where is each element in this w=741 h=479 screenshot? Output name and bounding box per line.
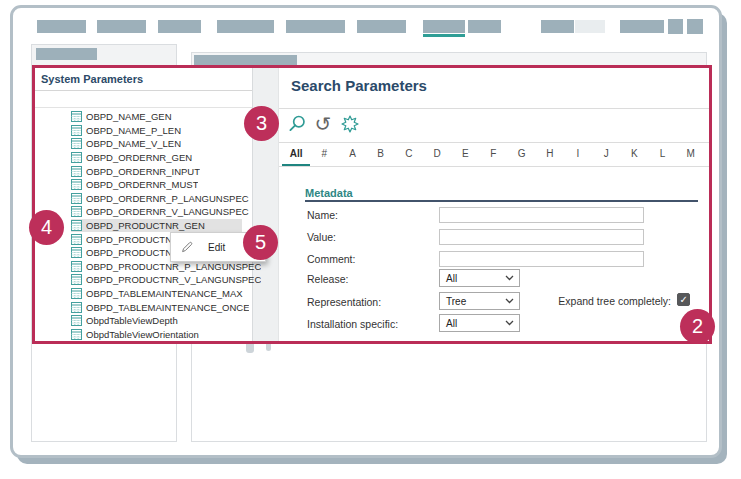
menu-icon-placeholder[interactable] [687,19,703,34]
table-icon [71,315,82,326]
table-icon [71,152,82,163]
alphabet-tab[interactable]: All [282,143,310,167]
callout-4: 4 [29,210,64,245]
table-icon [71,125,82,136]
parameter-tree: OBPD_NAME_GEN [35,110,252,341]
name-label: Name: [307,209,338,221]
chevron-down-icon [505,320,514,326]
table-icon [71,206,82,217]
alphabet-tab[interactable]: A [338,143,366,167]
alphabet-tab[interactable]: D [423,143,451,167]
menu-item-placeholder[interactable] [37,20,86,33]
tree-item[interactable]: OBPD_TABLEMAINTENANCE_MAX [35,287,252,301]
search-icon[interactable] [285,113,307,135]
alphabet-tab[interactable]: L [648,143,676,167]
callout-2: 2 [680,309,715,344]
alphabet-tab[interactable]: # [310,143,338,167]
tree-item-label: OBPD_ORDERNR_INPUT [86,166,200,177]
alphabet-tab[interactable]: C [395,143,423,167]
value-label: Value: [307,231,336,243]
installation-label: Installation specific: [307,318,398,330]
tree-item[interactable]: OBPD_PRODUCTNR_GEN [35,219,252,233]
table-icon [71,111,82,122]
table-icon [71,288,82,299]
tree-item-label: OBPD_TABLEMAINTENANCE_MAX [86,288,243,299]
tree-item[interactable]: OBPD_NAME_V_LEN [35,137,252,151]
comment-label: Comment: [307,253,355,265]
alphabet-tab[interactable]: F [479,143,507,167]
name-input[interactable] [439,207,644,223]
tree-item-label: ObpdTableViewDepth [86,315,178,326]
tree-item[interactable]: OBPD_ORDERNR_P_LANGUNSPEC [35,192,252,206]
callout-5: 5 [243,225,278,260]
alphabet-tab[interactable]: G [508,143,536,167]
menu-item-placeholder[interactable] [286,20,345,33]
tree-item-label: OBPD_ORDERNR_MUST [86,179,198,190]
page: System Parameters [0,0,741,479]
panel-tab-placeholder[interactable] [36,48,97,60]
scrollbar-thumb[interactable] [266,344,271,351]
tree-item-label: OBPD_PRODUCTNR_V_LANGUNSPEC [86,274,261,285]
chevron-down-icon [505,275,514,281]
alphabet-tab[interactable]: H [536,143,564,167]
tree-item[interactable]: ObpdTableViewDepth [35,314,252,328]
menu-item-placeholder[interactable] [357,20,406,33]
menu-item-placeholder[interactable] [158,20,201,33]
tree-item[interactable]: OBPD_PRODUCTNR_V_LANGUNSPEC [35,273,252,287]
menu-item-placeholder[interactable] [541,20,574,33]
table-icon [71,193,82,204]
tree-item-label: ObpdTableViewOrientation [86,329,199,340]
divider [279,108,709,109]
expand-tree-checkbox[interactable] [677,293,690,306]
release-label: Release: [307,273,348,285]
search-toolbar: ↺ [285,113,361,135]
tree-item-label: OBPD_NAME_GEN [86,111,172,122]
release-select[interactable]: All [439,269,520,287]
comment-input[interactable] [439,251,644,267]
menu-item-placeholder[interactable] [97,20,146,33]
alphabet-tab[interactable]: K [620,143,648,167]
metadata-heading: Metadata [305,187,353,199]
alphabet-tab[interactable]: B [367,143,395,167]
menu-item-placeholder[interactable] [217,20,274,33]
table-icon [71,274,82,285]
tree-item[interactable]: OBPD_NAME_P_LEN [35,124,252,138]
divider [279,166,709,167]
table-icon [71,261,82,272]
tree-item-label: OBPD_NAME_V_LEN [86,138,181,149]
tree-item-label: OBPD_PRODUCTNR_P_LANGUNSPEC [86,261,261,272]
tree-item[interactable]: OBPD_ORDERNR_INPUT [35,164,252,178]
tree-item-label: OBPD_TABLEMAINTENANCE_ONCE [86,302,249,313]
system-parameters-title: System Parameters [35,68,252,91]
spark-icon[interactable] [339,113,361,135]
tree-item[interactable]: OBPD_NAME_GEN [35,110,252,124]
scrollbar-thumb[interactable] [246,344,254,353]
tree-item[interactable]: ObpdTableViewOrientation [35,328,252,342]
tree-item-label: OBPD_PRODUCTNR_GEN [86,220,205,231]
tree-item[interactable]: OBPD_ORDERNR_V_LANGUNSPEC [35,205,252,219]
tree-item-label: OBPD_ORDERNR_GEN [86,152,192,163]
installation-select[interactable]: All [439,314,520,332]
table-icon [71,247,82,258]
tree-item[interactable]: OBPD_ORDERNR_GEN [35,151,252,165]
alphabet-tabs: All # A B C D E F G H [282,143,705,167]
alphabet-tab[interactable]: J [592,143,620,167]
representation-select[interactable]: Tree [439,292,520,310]
tree-item[interactable]: OBPD_TABLEMAINTENANCE_ONCE [35,300,252,314]
alphabet-tab[interactable]: I [564,143,592,167]
menu-item-placeholder[interactable] [468,20,501,33]
menu-item-placeholder-active[interactable] [423,20,465,33]
value-input[interactable] [439,229,644,245]
alphabet-tab[interactable]: E [451,143,479,167]
system-parameters-panel: System Parameters [35,68,252,341]
callout-3: 3 [244,106,279,141]
search-parameters-panel: Search Parameters ↺ [278,68,709,341]
table-icon [71,234,82,245]
tree-item[interactable]: OBPD_ORDERNR_MUST [35,178,252,192]
menu-icon-placeholder[interactable] [668,19,683,34]
chevron-down-icon [505,298,514,304]
menu-item-placeholder[interactable] [620,20,664,33]
alphabet-tab[interactable]: M [677,143,705,167]
reset-icon[interactable]: ↺ [312,113,334,135]
tree-item-label: OBPD_NAME_P_LEN [86,125,181,136]
